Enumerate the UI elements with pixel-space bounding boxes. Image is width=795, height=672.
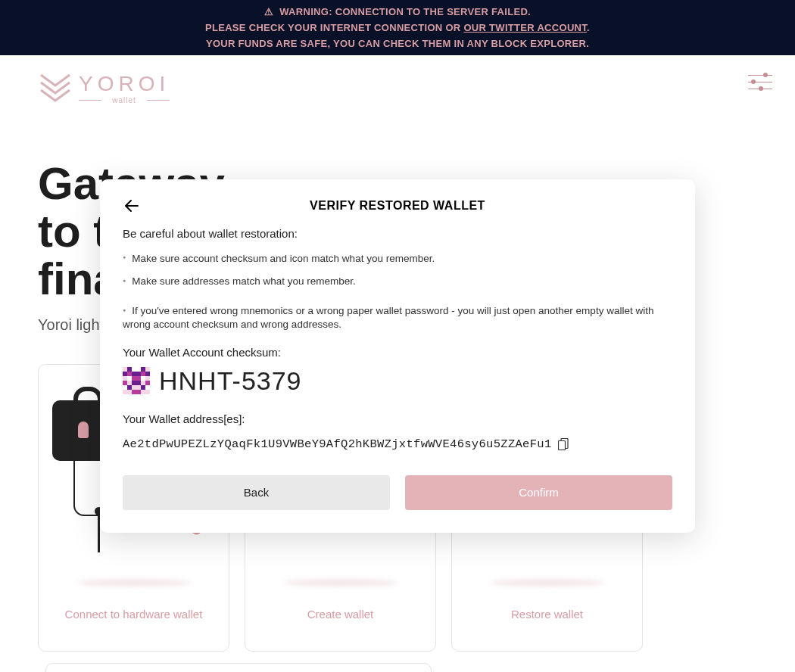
settings-icon[interactable] — [748, 75, 772, 90]
warning-line-1: WARNING: CONNECTION TO THE SERVER FAILED… — [279, 6, 531, 17]
warning-line-3: YOUR FUNDS ARE SAFE, YOU CAN CHECK THEM … — [0, 36, 795, 51]
card-create-label: Create wallet — [307, 608, 374, 621]
address-section-label: Your Wallet address[es]: — [123, 412, 672, 425]
bullet-checksum: Make sure account checksum and icon matc… — [123, 247, 672, 270]
wallet-address: Ae2tdPwUPEZLzYQaqFk1U9VWBeY9AfQ2hKBWZjxt… — [123, 437, 552, 451]
warning-line-2-prefix: PLEASE CHECK YOUR INTERNET CONNECTION OR — [205, 22, 463, 33]
confirm-button[interactable]: Confirm — [405, 475, 672, 510]
bullet-mnemonics-warning: If you've entered wrong mnemonics or a w… — [123, 304, 672, 331]
card-transfer-funds[interactable]: Transfer funds from a Daedalus wallet to… — [45, 663, 432, 672]
modal-title: VERIFY RESTORED WALLET — [123, 199, 672, 213]
logo[interactable]: YOROI wallet — [38, 69, 170, 107]
checksum-section-label: Your Wallet Account checksum: — [123, 346, 672, 359]
twitter-link[interactable]: OUR TWITTER ACCOUNT — [463, 22, 587, 33]
card-restore-label: Restore wallet — [511, 608, 583, 621]
logo-subtitle: wallet — [79, 96, 170, 104]
logo-mark-icon — [38, 69, 73, 107]
bullet-addresses: Make sure addresses match what you remem… — [123, 270, 672, 293]
wallet-identicon — [123, 367, 150, 394]
warning-line-2-suffix: . — [587, 22, 590, 33]
checksum-value: HNHT-5379 — [159, 366, 302, 396]
warning-icon: ⚠ — [264, 4, 273, 20]
warning-banner: ⚠ WARNING: CONNECTION TO THE SERVER FAIL… — [0, 0, 795, 55]
copy-icon[interactable] — [558, 438, 569, 450]
logo-name: YOROI — [79, 72, 170, 96]
back-button[interactable]: Back — [123, 475, 390, 510]
verify-wallet-modal: VERIFY RESTORED WALLET Be careful about … — [100, 179, 695, 533]
svg-rect-0 — [558, 440, 565, 450]
modal-subtitle: Be careful about wallet restoration: — [123, 227, 672, 240]
card-hw-label: Connect to hardware wallet — [65, 608, 203, 621]
